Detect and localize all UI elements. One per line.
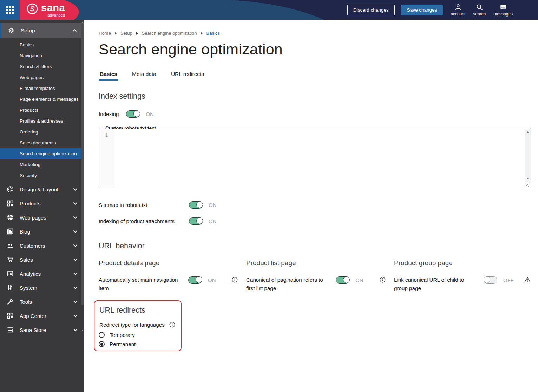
sidebar-item-products[interactable]: Products (0, 105, 81, 116)
app-grid-button[interactable] (0, 0, 20, 20)
tab-url-redirects[interactable]: URL redirects (170, 71, 205, 81)
url-behavior-columns: Product details page Automatically set m… (99, 259, 531, 293)
sidebar-section-sales[interactable]: Sales (0, 253, 84, 267)
sidebar-section-design-layout[interactable]: Design & Layout (0, 182, 84, 196)
product-group-column: Product group page Link canonical URL of… (394, 259, 531, 293)
toggle-knob (196, 276, 202, 283)
breadcrumb-basics[interactable]: Basics (206, 31, 220, 36)
sitemap-setting-row: Sitemap in robots.txt ON (99, 201, 531, 209)
sidebar-section-system[interactable]: System (0, 281, 84, 295)
info-icon[interactable] (380, 277, 386, 283)
breadcrumb-seo[interactable]: Search engine optimization (142, 31, 197, 36)
breadcrumb: Home Setup Search engine optimization Ba… (99, 20, 531, 36)
resize-handle[interactable] (525, 182, 531, 188)
canonical-pagination-label: Canonical of pagination refers to first … (246, 276, 336, 293)
search-label: search (473, 12, 486, 17)
globe-icon (6, 214, 14, 221)
redirect-type-row: Redirect type for languages (99, 322, 176, 328)
sidebar-item-page-elements[interactable]: Page elements & messages (0, 94, 81, 105)
chevron-down-icon (73, 230, 78, 233)
radio-option-temporary[interactable]: Temporary (99, 332, 176, 338)
sidebar-item-marketing[interactable]: Marketing (0, 159, 81, 170)
attachments-setting-row: Indexing of product attachments ON (99, 217, 531, 225)
toggle-knob (196, 217, 203, 224)
sidebar-scrollbar-thumb[interactable] (81, 24, 84, 305)
tab-basics[interactable]: Basics (99, 71, 118, 81)
sidebar-item-navigation[interactable]: Navigation (0, 50, 81, 61)
sidebar-section-sana-store[interactable]: Sana Store (0, 323, 84, 337)
sidebar-section-tools[interactable]: Tools (0, 295, 84, 309)
url-behavior-heading: URL behavior (99, 242, 531, 250)
textarea-scrollbar[interactable]: ▲ ▼ (525, 129, 531, 188)
chevron-down-icon (73, 328, 78, 331)
radio-label[interactable]: Permanent (110, 341, 136, 347)
chevron-down-icon (73, 202, 78, 205)
tab-meta-data[interactable]: Meta data (131, 71, 157, 81)
info-icon[interactable] (232, 277, 238, 283)
sidebar-section-label: Sales (20, 257, 33, 263)
indexing-toggle[interactable] (126, 110, 140, 118)
product-group-heading: Product group page (394, 259, 531, 267)
sitemap-toggle[interactable] (189, 201, 203, 209)
sana-logo-icon (26, 2, 39, 15)
radio-option-permanent[interactable]: Permanent (99, 341, 176, 347)
sidebar-item-ordering[interactable]: Ordering (0, 126, 81, 137)
sidebar-section-label: Design & Layout (20, 187, 58, 192)
wrench-icon (6, 298, 14, 306)
sidebar-section-products[interactable]: Products (0, 196, 84, 210)
chevron-up-icon (72, 29, 77, 32)
messages-button[interactable]: messages (493, 3, 513, 17)
auto-main-nav-label: Automatically set main navigation item (99, 276, 188, 293)
indexing-label: Indexing (99, 111, 119, 117)
account-button[interactable]: account (451, 3, 465, 17)
sana-logo[interactable]: sana advanced (26, 2, 65, 17)
palette-icon (6, 185, 14, 193)
sidebar-section-label: Products (20, 201, 40, 207)
breadcrumb-setup[interactable]: Setup (120, 31, 132, 36)
sidebar-item-security[interactable]: Security (0, 170, 81, 181)
search-button[interactable]: search (473, 3, 486, 17)
index-settings-heading: Index settings (99, 92, 531, 101)
account-label: account (451, 12, 465, 17)
info-icon[interactable] (169, 322, 175, 328)
breadcrumb-home[interactable]: Home (99, 31, 111, 36)
sidebar-item-sales-documents[interactable]: Sales documents (0, 137, 81, 148)
sidebar-section-customers[interactable]: Customers (0, 239, 84, 253)
messages-icon (499, 3, 507, 11)
scroll-down-arrow-icon[interactable]: ▼ (81, 329, 84, 332)
sidebar-scrollbar[interactable]: ▲ ▼ (81, 20, 84, 333)
product-details-column: Product details page Automatically set m… (99, 259, 246, 293)
sidebar-item-search-filters[interactable]: Search & filters (0, 61, 81, 72)
breadcrumb-separator-icon (201, 32, 203, 35)
sidebar-item-email-templates[interactable]: E-mail templates (0, 83, 81, 94)
sidebar-section-web-pages[interactable]: Web pages (0, 210, 84, 224)
textarea-scrollbar-track[interactable] (525, 135, 531, 176)
sidebar-item-web-pages[interactable]: Web pages (0, 72, 81, 83)
sidebar-section-app-center[interactable]: App Center (0, 309, 84, 323)
discard-changes-button[interactable]: Discard changes (347, 5, 395, 15)
attachments-toggle[interactable] (189, 217, 203, 225)
scroll-up-arrow-icon[interactable]: ▲ (81, 20, 84, 24)
radio-button[interactable] (99, 332, 105, 338)
sidebar-item-profiles-addresses[interactable]: Profiles & addresses (0, 116, 81, 126)
sidebar-section-analytics[interactable]: Analytics (0, 267, 84, 281)
warning-icon[interactable] (524, 277, 531, 283)
scroll-down-arrow-icon[interactable]: ▼ (525, 176, 531, 182)
robots-textarea[interactable] (114, 129, 525, 188)
search-icon (475, 3, 484, 11)
sidebar-section-setup[interactable]: Setup (0, 23, 84, 38)
customers-icon (6, 242, 14, 249)
link-canonical-label: Link canonical URL of child to group pag… (394, 276, 484, 293)
radio-label[interactable]: Temporary (110, 332, 135, 338)
radio-button[interactable] (99, 341, 105, 347)
app-center-icon (6, 312, 14, 320)
sidebar-item-search-engine-optimization[interactable]: Search engine optimization (0, 148, 81, 159)
canonical-pagination-toggle[interactable] (336, 276, 349, 284)
sidebar-item-basics[interactable]: Basics (0, 39, 81, 50)
save-changes-button[interactable]: Save changes (401, 5, 443, 15)
brand-name: sana (41, 2, 65, 13)
auto-main-nav-toggle[interactable] (188, 276, 202, 284)
link-canonical-toggle[interactable] (484, 276, 497, 284)
sidebar-section-blog[interactable]: Blog (0, 224, 84, 239)
scroll-up-arrow-icon[interactable]: ▲ (525, 129, 531, 135)
